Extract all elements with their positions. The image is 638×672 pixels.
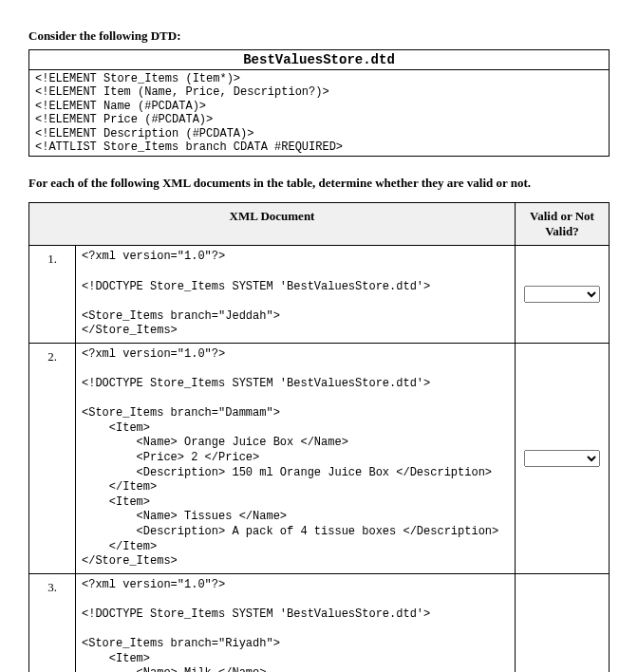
valid-cell <box>516 343 610 573</box>
row-number: 1. <box>29 246 76 344</box>
valid-cell <box>516 246 610 344</box>
xml-table: XML Document Valid or Not Valid? 1.<?xml… <box>28 202 610 672</box>
xml-document: <?xml version="1.0"?> <!DOCTYPE Store_It… <box>76 246 516 344</box>
header-xml: XML Document <box>29 203 516 246</box>
dtd-title: BestValuesStore.dtd <box>29 50 609 70</box>
valid-select[interactable] <box>524 286 600 303</box>
valid-cell <box>516 573 610 672</box>
table-row: 1.<?xml version="1.0"?> <!DOCTYPE Store_… <box>29 246 610 344</box>
table-row: 3.<?xml version="1.0"?> <!DOCTYPE Store_… <box>29 573 610 672</box>
xml-document: <?xml version="1.0"?> <!DOCTYPE Store_It… <box>76 343 516 573</box>
header-valid: Valid or Not Valid? <box>516 203 610 246</box>
dtd-body: <!ELEMENT Store_Items (Item*)> <!ELEMENT… <box>29 70 609 156</box>
valid-select[interactable] <box>524 450 600 467</box>
row-number: 2. <box>29 343 76 573</box>
dtd-box: BestValuesStore.dtd <!ELEMENT Store_Item… <box>28 49 610 157</box>
row-number: 3. <box>29 573 76 672</box>
instruction-text: For each of the following XML documents … <box>28 176 610 191</box>
xml-document: <?xml version="1.0"?> <!DOCTYPE Store_It… <box>76 573 516 672</box>
table-row: 2.<?xml version="1.0"?> <!DOCTYPE Store_… <box>29 343 610 573</box>
intro-text: Consider the following DTD: <box>28 28 610 44</box>
